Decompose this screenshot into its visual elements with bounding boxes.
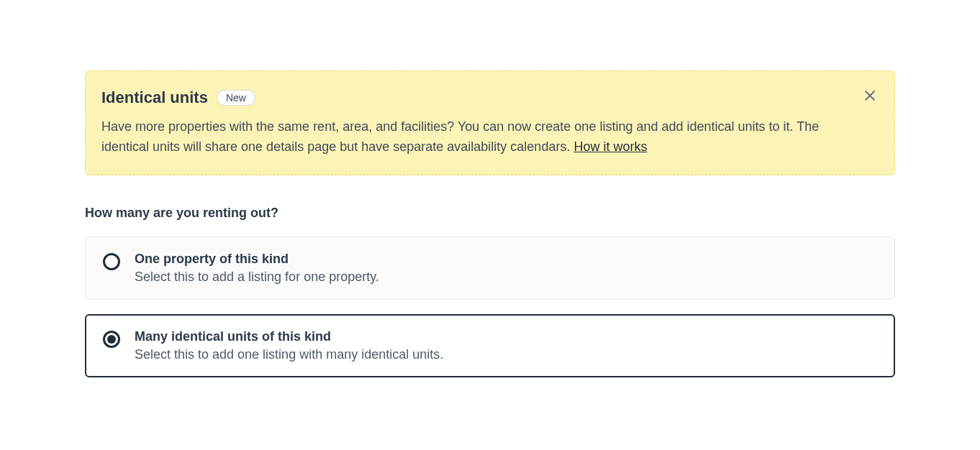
close-icon — [863, 88, 877, 103]
option-description: Select this to add one listing with many… — [135, 347, 443, 362]
banner-text: Have more properties with the same rent,… — [101, 119, 819, 154]
info-banner: Identical units New Have more properties… — [85, 70, 895, 175]
option-many-identical-units[interactable]: Many identical units of this kind Select… — [85, 314, 895, 377]
banner-title: Identical units — [101, 88, 208, 107]
option-title: Many identical units of this kind — [135, 329, 443, 344]
banner-body: Have more properties with the same rent,… — [101, 117, 851, 157]
new-badge: New — [217, 90, 255, 106]
option-title: One property of this kind — [135, 252, 379, 267]
close-banner-button[interactable] — [860, 86, 880, 106]
option-description: Select this to add a listing for one pro… — [135, 270, 379, 285]
option-one-property[interactable]: One property of this kind Select this to… — [85, 237, 895, 300]
question-label: How many are you renting out? — [85, 206, 895, 221]
radio-icon — [103, 253, 120, 270]
radio-icon-selected — [103, 331, 120, 348]
how-it-works-link[interactable]: How it works — [573, 139, 647, 154]
